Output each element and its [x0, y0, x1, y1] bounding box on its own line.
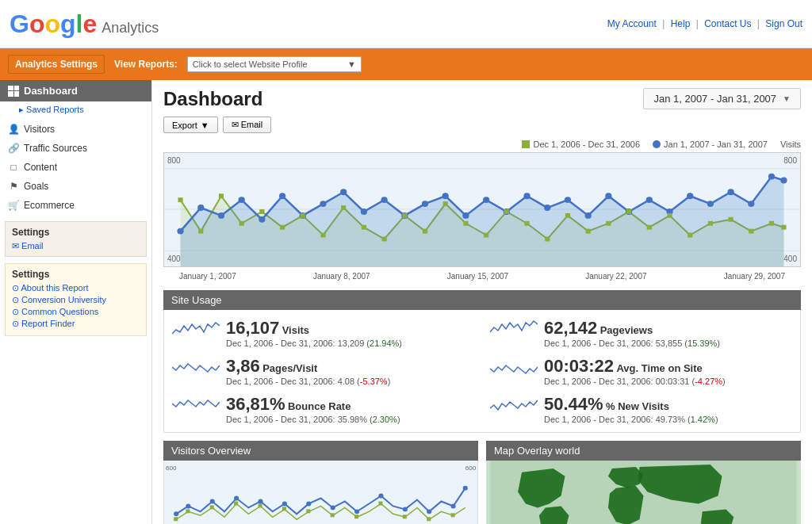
sparkline-bounce-rate: [172, 394, 220, 418]
analytics-settings-button[interactable]: Analytics Settings: [8, 55, 105, 74]
svg-rect-76: [306, 509, 310, 513]
metric-avg-time: 00:03:22 Avg. Time on Site Dec 1, 2006 -…: [490, 356, 792, 386]
sidebar-about-report-link[interactable]: ⊙ About this Report: [12, 283, 140, 293]
legend-visits-label: Visits: [780, 140, 801, 149]
orange-bar: Analytics Settings View Reports: Click t…: [0, 48, 812, 80]
svg-point-87: [259, 499, 263, 504]
action-bar: Export ▼ ✉ Email: [163, 117, 801, 133]
site-usage-header: Site Usage: [163, 290, 801, 310]
svg-point-83: [174, 511, 178, 516]
sidebar-item-traffic-sources[interactable]: 🔗 Traffic Sources: [0, 139, 151, 158]
svg-rect-62: [749, 229, 753, 234]
sidebar-settings-section: Settings ✉ Email: [5, 221, 147, 257]
dashboard-grid-icon: [8, 86, 19, 97]
metric-new-visits-value: 50.44%: [544, 394, 603, 414]
svg-point-6: [239, 197, 245, 203]
metric-new-visits-name: % New Visits: [606, 400, 669, 412]
logo-analytics-text: Analytics: [102, 20, 159, 36]
sidebar-item-content[interactable]: □ Content: [0, 158, 151, 177]
sidebar-item-ecommerce[interactable]: 🛒 Ecommerce: [0, 196, 151, 215]
svg-point-90: [331, 505, 335, 510]
svg-rect-54: [586, 229, 591, 234]
visitors-overview-body: 600 300 600 300: [163, 461, 478, 524]
visitors-chart-svg: 600 300 600 300: [164, 461, 477, 524]
map-overlay-body: [486, 461, 801, 524]
legend-green-label: Dec 1, 2006 - Dec 31, 2006: [533, 140, 640, 149]
metric-avg-time-name: Avg. Time on Site: [616, 362, 702, 374]
email-button[interactable]: ✉ Email: [223, 117, 272, 133]
svg-point-32: [768, 174, 775, 180]
svg-point-8: [279, 193, 285, 199]
sidebar-common-questions-link[interactable]: ⊙ Common Questions: [12, 307, 140, 317]
svg-rect-58: [667, 213, 672, 218]
goals-icon: ⚑: [8, 181, 19, 192]
sidebar-item-visitors[interactable]: 👤 Visitors: [0, 120, 151, 139]
svg-point-4: [197, 205, 204, 211]
chevron-down-icon: ▼: [201, 120, 209, 130]
svg-rect-59: [688, 233, 692, 238]
metric-pages-visit-name: Pages/Visit: [262, 362, 317, 374]
svg-point-29: [707, 201, 714, 207]
sidebar-dashboard-item[interactable]: Dashboard: [0, 80, 151, 101]
date-range-text: Jan 1, 2007 - Jan 31, 2007: [653, 93, 776, 105]
svg-point-31: [748, 201, 754, 207]
chart-y-axis-left: 800 400: [164, 153, 184, 266]
legend-blue-item: Jan 1, 2007 - Jan 31, 2007: [653, 140, 768, 149]
site-usage-body: 16,107 Visits Dec 1, 2006 - Dec 31, 2006…: [163, 310, 801, 433]
svg-rect-44: [382, 237, 387, 242]
my-account-link[interactable]: My Account: [607, 18, 657, 29]
svg-text:600: 600: [465, 465, 477, 472]
metric-bounce-rate-name: Bounce Rate: [288, 400, 350, 412]
y-right-top-label: 800: [783, 156, 797, 165]
metric-pages-visit-prev: Dec 1, 2006 - Dec 31, 2006: 4.08 (-5.37%…: [226, 377, 474, 386]
visitors-overview-panel: Visitors Overview 600 300 600 300: [163, 441, 478, 524]
metric-avg-time-prev: Dec 1, 2006 - Dec 31, 2006: 00:03:31 (-4…: [544, 377, 792, 386]
svg-point-18: [483, 197, 489, 203]
sidebar-ecommerce-label: Ecommerce: [24, 200, 75, 211]
chevron-down-icon: ▼: [347, 59, 356, 69]
sidebar-email-link[interactable]: ✉ Email: [12, 241, 140, 251]
svg-text:600: 600: [166, 465, 177, 472]
sign-out-link[interactable]: Sign Out: [765, 18, 802, 29]
svg-point-26: [646, 197, 653, 203]
svg-rect-47: [443, 201, 448, 206]
svg-point-16: [442, 193, 449, 199]
svg-point-85: [210, 499, 215, 504]
svg-rect-52: [545, 237, 550, 242]
svg-point-84: [186, 503, 190, 508]
help-link[interactable]: Help: [671, 18, 691, 29]
svg-rect-56: [626, 209, 631, 214]
sparkline-avg-time: [490, 356, 538, 380]
metric-pageviews-name: Pageviews: [600, 324, 653, 336]
svg-rect-53: [565, 213, 570, 218]
svg-point-91: [354, 509, 359, 514]
export-button[interactable]: Export ▼: [163, 117, 218, 133]
traffic-icon: 🔗: [8, 143, 19, 154]
view-reports-label: View Reports:: [114, 59, 178, 70]
sidebar-help-section: Settings ⊙ About this Report ⊙ Conversio…: [5, 263, 147, 336]
world-map-svg: [487, 461, 800, 524]
profile-select-dropdown[interactable]: Click to select Website Profile ▼: [187, 56, 362, 72]
svg-rect-71: [186, 509, 190, 513]
person-icon: 👤: [8, 124, 19, 135]
date-range-selector[interactable]: Jan 1, 2007 - Jan 31, 2007 ▼: [643, 88, 801, 109]
svg-point-96: [463, 486, 468, 491]
metric-new-visits-prev: Dec 1, 2006 - Dec 31, 2006: 49.73% (1.42…: [544, 415, 792, 424]
sidebar-report-finder-link[interactable]: ⊙ Report Finder: [12, 319, 140, 329]
sidebar-conversion-university-link[interactable]: ⊙ Conversion University: [12, 295, 140, 305]
email-label: ✉ Email: [232, 120, 263, 130]
svg-point-89: [306, 501, 311, 506]
contact-us-link[interactable]: Contact Us: [704, 18, 751, 29]
page-title: Dashboard: [163, 88, 262, 110]
svg-rect-79: [378, 501, 382, 505]
svg-rect-39: [280, 225, 285, 230]
svg-rect-77: [331, 513, 335, 517]
svg-rect-50: [504, 209, 509, 214]
svg-rect-74: [259, 503, 262, 507]
sidebar: Dashboard ▸ Saved Reports 👤 Visitors 🔗 T…: [0, 80, 152, 524]
svg-point-94: [427, 509, 431, 514]
x-label-4: January 29, 2007: [724, 272, 785, 281]
sidebar-saved-reports[interactable]: ▸ Saved Reports: [0, 101, 151, 120]
svg-point-21: [544, 205, 550, 211]
sidebar-item-goals[interactable]: ⚑ Goals: [0, 177, 151, 196]
